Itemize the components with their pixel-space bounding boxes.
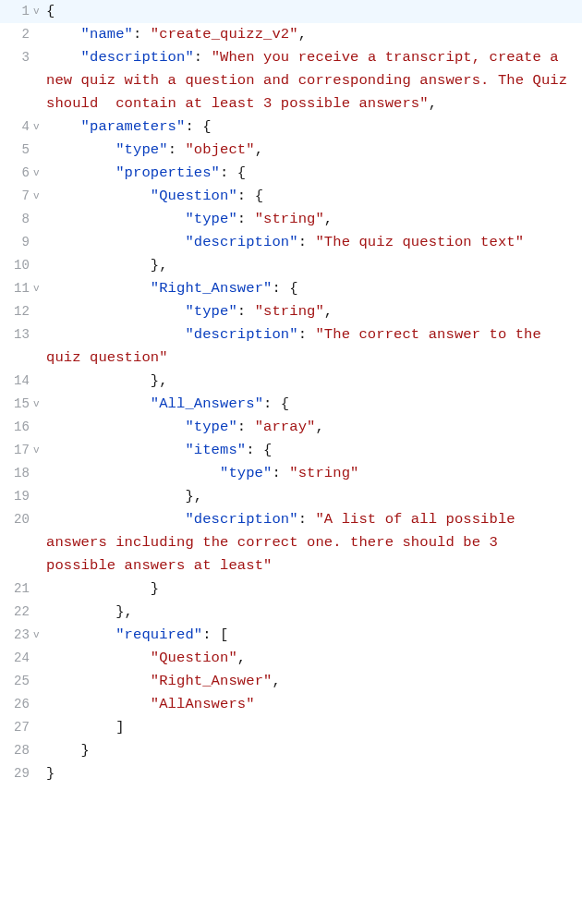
line-number: 8	[0, 208, 33, 231]
code-line[interactable]: 19 },	[0, 485, 582, 508]
code-line[interactable]: 2 "name": "create_quizz_v2",	[0, 23, 582, 46]
fold-toggle-icon[interactable]: v	[33, 277, 46, 300]
code-line[interactable]: 7v "Question": {	[0, 185, 582, 208]
fold-toggle-icon[interactable]: v	[33, 624, 46, 647]
code-content[interactable]: "name": "create_quizz_v2",	[46, 23, 582, 46]
code-line[interactable]: 23v "required": [	[0, 624, 582, 647]
code-content[interactable]: },	[46, 601, 582, 624]
line-number: 24	[0, 647, 33, 670]
line-number: 9	[0, 231, 33, 254]
line-number: 3	[0, 46, 33, 69]
code-content[interactable]: "AllAnswers"	[46, 693, 582, 716]
line-number: 29	[0, 762, 33, 785]
line-number: 17	[0, 439, 33, 462]
code-line[interactable]: 27 ]	[0, 716, 582, 739]
code-line[interactable]: 15v "All_Answers": {	[0, 393, 582, 416]
code-content[interactable]: "Right_Answer",	[46, 670, 582, 693]
line-number: 14	[0, 370, 33, 393]
code-content[interactable]: "Question",	[46, 647, 582, 670]
code-content[interactable]: }	[46, 578, 582, 601]
code-line[interactable]: 1v{	[0, 0, 582, 23]
code-content[interactable]: "type": "object",	[46, 139, 582, 162]
code-line[interactable]: 13 "description": "The correct answer to…	[0, 323, 582, 370]
code-content[interactable]: "type": "string",	[46, 300, 582, 323]
code-line[interactable]: 20 "description": "A list of all possibl…	[0, 508, 582, 578]
line-number: 27	[0, 716, 33, 739]
code-editor[interactable]: 1v{2 "name": "create_quizz_v2",3 "descri…	[0, 0, 582, 785]
line-number: 25	[0, 670, 33, 693]
code-line[interactable]: 3 "description": "When you receive a tra…	[0, 46, 582, 116]
code-line[interactable]: 16 "type": "array",	[0, 416, 582, 439]
code-content[interactable]: ]	[46, 716, 582, 739]
code-line[interactable]: 6v "properties": {	[0, 162, 582, 185]
line-number: 16	[0, 416, 33, 439]
code-content[interactable]: "description": "The correct answer to th…	[46, 323, 582, 370]
code-content[interactable]: "description": "When you receive a trans…	[46, 46, 582, 116]
code-content[interactable]: "Right_Answer": {	[46, 277, 582, 300]
line-number: 23	[0, 624, 33, 647]
code-content[interactable]: "required": [	[46, 624, 582, 647]
code-line[interactable]: 11v "Right_Answer": {	[0, 277, 582, 300]
code-content[interactable]: }	[46, 762, 582, 785]
line-number: 22	[0, 601, 33, 624]
code-line[interactable]: 26 "AllAnswers"	[0, 693, 582, 716]
code-line[interactable]: 8 "type": "string",	[0, 208, 582, 231]
code-content[interactable]: "type": "array",	[46, 416, 582, 439]
line-number: 7	[0, 185, 33, 208]
code-line[interactable]: 10 },	[0, 254, 582, 277]
code-content[interactable]: },	[46, 254, 582, 277]
code-content[interactable]: "items": {	[46, 439, 582, 462]
line-number: 10	[0, 254, 33, 277]
code-line[interactable]: 25 "Right_Answer",	[0, 670, 582, 693]
code-content[interactable]: },	[46, 370, 582, 393]
code-content[interactable]: "description": "The quiz question text"	[46, 231, 582, 254]
code-line[interactable]: 9 "description": "The quiz question text…	[0, 231, 582, 254]
code-line[interactable]: 12 "type": "string",	[0, 300, 582, 323]
code-line[interactable]: 22 },	[0, 601, 582, 624]
line-number: 13	[0, 323, 33, 346]
code-content[interactable]: "type": "string",	[46, 208, 582, 231]
line-number: 6	[0, 162, 33, 185]
fold-toggle-icon[interactable]: v	[33, 185, 46, 208]
line-number: 28	[0, 739, 33, 762]
code-line[interactable]: 4v "parameters": {	[0, 116, 582, 139]
line-number: 5	[0, 139, 33, 162]
code-line[interactable]: 18 "type": "string"	[0, 462, 582, 485]
code-content[interactable]: }	[46, 739, 582, 762]
line-number: 26	[0, 693, 33, 716]
line-number: 21	[0, 578, 33, 601]
code-content[interactable]: {	[46, 0, 582, 23]
code-line[interactable]: 24 "Question",	[0, 647, 582, 670]
line-number: 12	[0, 300, 33, 323]
line-number: 18	[0, 462, 33, 485]
line-number: 1	[0, 0, 33, 23]
code-line[interactable]: 5 "type": "object",	[0, 139, 582, 162]
code-line[interactable]: 21 }	[0, 578, 582, 601]
fold-toggle-icon[interactable]: v	[33, 116, 46, 139]
line-number: 2	[0, 23, 33, 46]
code-line[interactable]: 28 }	[0, 739, 582, 762]
line-number: 15	[0, 393, 33, 416]
line-number: 11	[0, 277, 33, 300]
line-number: 19	[0, 485, 33, 508]
fold-toggle-icon[interactable]: v	[33, 393, 46, 416]
line-number: 20	[0, 508, 33, 531]
code-content[interactable]: "description": "A list of all possible a…	[46, 508, 582, 578]
code-content[interactable]: "properties": {	[46, 162, 582, 185]
line-number: 4	[0, 116, 33, 139]
fold-toggle-icon[interactable]: v	[33, 162, 46, 185]
code-content[interactable]: "parameters": {	[46, 116, 582, 139]
code-line[interactable]: 17v "items": {	[0, 439, 582, 462]
fold-toggle-icon[interactable]: v	[33, 439, 46, 462]
code-content[interactable]: },	[46, 485, 582, 508]
code-content[interactable]: "Question": {	[46, 185, 582, 208]
code-content[interactable]: "type": "string"	[46, 462, 582, 485]
code-line[interactable]: 14 },	[0, 370, 582, 393]
fold-toggle-icon[interactable]: v	[33, 0, 46, 23]
code-content[interactable]: "All_Answers": {	[46, 393, 582, 416]
code-line[interactable]: 29}	[0, 762, 582, 785]
